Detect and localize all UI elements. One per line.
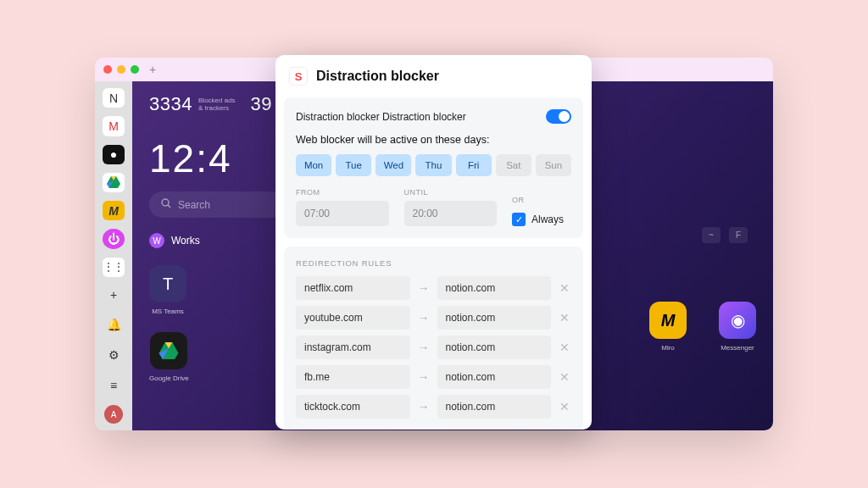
- rule-from-input[interactable]: ticktock.com: [296, 395, 410, 419]
- sidebar-app-gmail[interactable]: M: [103, 116, 125, 136]
- or-label: Or: [512, 196, 571, 204]
- redirection-rule: ticktock.com→notion.com✕: [296, 395, 571, 419]
- close-window-button[interactable]: [103, 65, 112, 74]
- workspace-label: Works: [171, 235, 200, 247]
- sidebar-add-app[interactable]: +: [103, 286, 125, 305]
- always-checkbox[interactable]: ✓: [512, 213, 526, 226]
- day-wed[interactable]: Wed: [376, 154, 411, 176]
- arrow-right-icon: →: [417, 281, 431, 295]
- rule-to-input[interactable]: notion.com: [437, 395, 552, 419]
- redirection-rule: youtube.com→notion.com✕: [296, 306, 571, 330]
- rules-title: Redirection rules: [296, 258, 571, 268]
- workspace-badge: W: [149, 233, 164, 248]
- distraction-blocker-popup: S Distraction blocker Distraction blocke…: [275, 55, 592, 430]
- apps-grid-right: M Miro ◉ Messenger: [649, 302, 756, 352]
- day-sat[interactable]: Sat: [496, 154, 531, 176]
- arrow-right-icon: →: [417, 341, 431, 354]
- delete-rule-icon[interactable]: ✕: [558, 370, 571, 384]
- delete-rule-icon[interactable]: ✕: [558, 311, 571, 324]
- stat-pct: 39: [251, 93, 272, 114]
- days-row: MonTueWedThuFriSatSun: [296, 154, 571, 176]
- sidebar-app-notion[interactable]: N: [103, 88, 125, 108]
- app-sidebar: N M ● M ⏻ ⋮⋮ + 🔔 ⚙ ≡ A: [95, 81, 132, 430]
- blocked-label: Blocked ads& trackers: [198, 97, 236, 113]
- arrow-right-icon: →: [417, 311, 431, 324]
- day-mon[interactable]: Mon: [296, 154, 331, 176]
- always-label: Always: [531, 214, 564, 225]
- minimize-window-button[interactable]: [117, 65, 125, 74]
- redirection-rule: instagram.com→notion.com✕: [296, 336, 571, 359]
- blocker-toggle[interactable]: [546, 109, 571, 124]
- popup-title: Distraction blocker: [316, 69, 439, 84]
- rule-from-input[interactable]: instagram.com: [296, 336, 410, 359]
- arrow-right-icon: →: [417, 370, 431, 384]
- app-tile-teams[interactable]: T MS Teams: [149, 265, 186, 315]
- popup-header: S Distraction blocker: [275, 55, 592, 97]
- user-avatar[interactable]: A: [104, 405, 123, 424]
- app-tile-drive[interactable]: Google Drive: [149, 332, 189, 382]
- day-tue[interactable]: Tue: [336, 154, 371, 176]
- blocked-count: 3334: [149, 93, 192, 114]
- svg-line-4: [168, 205, 170, 208]
- day-thu[interactable]: Thu: [415, 154, 451, 176]
- sidebar-app-slack[interactable]: ⋮⋮: [103, 258, 125, 277]
- rule-from-input[interactable]: fb.me: [296, 365, 410, 389]
- popup-app-icon: S: [289, 67, 308, 86]
- day-fri[interactable]: Fri: [456, 154, 492, 176]
- sidebar-app-miro[interactable]: M: [103, 201, 125, 220]
- sidebar-app-power[interactable]: ⏻: [103, 229, 125, 248]
- sidebar-app-github[interactable]: ●: [103, 145, 125, 164]
- until-time-input[interactable]: 20:00: [404, 201, 498, 226]
- rule-to-input[interactable]: notion.com: [437, 336, 552, 359]
- search-shortcut-2[interactable]: F: [729, 227, 748, 243]
- rules-section: Redirection rules netflix.com→notion.com…: [284, 247, 583, 430]
- rule-to-input[interactable]: notion.com: [437, 306, 552, 330]
- redirection-rule: netflix.com→notion.com✕: [296, 276, 571, 300]
- blocker-toggle-label: Distraction blocker Distraction blocker: [296, 111, 466, 123]
- rule-from-input[interactable]: netflix.com: [296, 276, 410, 300]
- app-tile-miro[interactable]: M Miro: [649, 302, 687, 352]
- rule-to-input[interactable]: notion.com: [437, 276, 552, 300]
- delete-rule-icon[interactable]: ✕: [558, 400, 571, 413]
- schedule-section: Distraction blocker Distraction blocker …: [284, 97, 583, 238]
- day-sun[interactable]: Sun: [536, 154, 571, 176]
- notifications-icon[interactable]: 🔔: [103, 313, 125, 336]
- from-label: From: [296, 188, 389, 197]
- rule-from-input[interactable]: youtube.com: [296, 306, 410, 330]
- settings-icon[interactable]: ⚙: [103, 344, 125, 366]
- arrow-right-icon: →: [417, 400, 431, 413]
- app-tile-messenger[interactable]: ◉ Messenger: [719, 302, 756, 352]
- search-shortcut-1[interactable]: ~: [702, 227, 721, 243]
- sidebar-app-drive[interactable]: [103, 173, 125, 192]
- search-icon: [161, 198, 171, 211]
- menu-icon[interactable]: ≡: [103, 374, 125, 396]
- rules-list: netflix.com→notion.com✕youtube.com→notio…: [296, 276, 571, 419]
- delete-rule-icon[interactable]: ✕: [558, 281, 571, 295]
- new-tab-button[interactable]: +: [149, 63, 156, 76]
- delete-rule-icon[interactable]: ✕: [558, 341, 571, 354]
- rule-to-input[interactable]: notion.com: [437, 365, 552, 389]
- from-time-input[interactable]: 07:00: [296, 201, 389, 226]
- redirection-rule: fb.me→notion.com✕: [296, 365, 571, 389]
- svg-point-3: [162, 199, 169, 206]
- maximize-window-button[interactable]: [131, 65, 139, 74]
- schedule-desc: Web blocker will be active on these days…: [296, 134, 571, 146]
- search-placeholder: Search: [178, 199, 210, 211]
- until-label: Until: [404, 188, 498, 197]
